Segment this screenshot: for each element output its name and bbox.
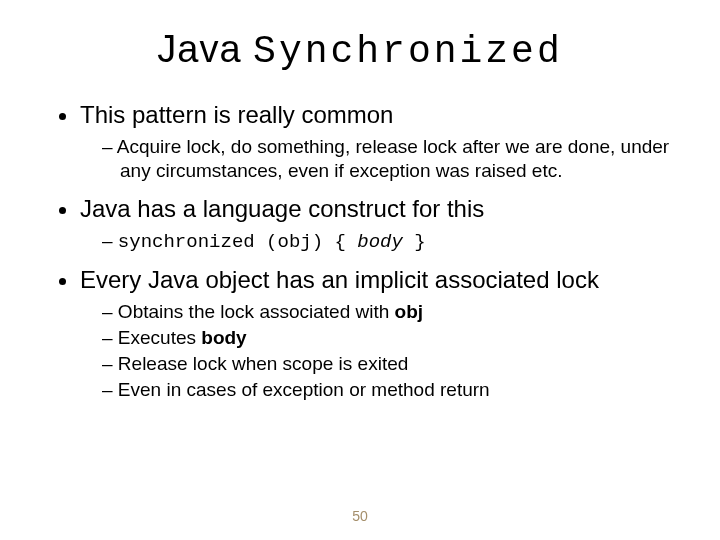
bullet-2-text: Java has a language construct for this bbox=[80, 195, 484, 222]
bullet-1-sublist: Acquire lock, do something, release lock… bbox=[80, 135, 670, 183]
page-number: 50 bbox=[50, 508, 670, 524]
code-end: } bbox=[403, 231, 426, 253]
code-synchronized: synchronized (obj) { bbox=[118, 231, 357, 253]
b3s2-text: Executes bbox=[118, 327, 201, 348]
title-text-mono: Synchronized bbox=[253, 30, 563, 73]
bullet-2-sublist: synchronized (obj) { body } bbox=[80, 229, 670, 255]
bullet-3-sub-1: Obtains the lock associated with obj bbox=[102, 300, 670, 324]
b3s1-text: Obtains the lock associated with bbox=[118, 301, 395, 322]
bullet-list: This pattern is really common Acquire lo… bbox=[50, 101, 670, 413]
title-text-plain: Java bbox=[157, 28, 253, 70]
bullet-2: Java has a language construct for this s… bbox=[80, 195, 670, 255]
bullet-1-text: This pattern is really common bbox=[80, 101, 393, 128]
bullet-2-sub-1: synchronized (obj) { body } bbox=[102, 229, 670, 255]
bullet-3: Every Java object has an implicit associ… bbox=[80, 266, 670, 401]
bullet-1-sub-1: Acquire lock, do something, release lock… bbox=[102, 135, 670, 183]
bullet-3-sub-3: Release lock when scope is exited bbox=[102, 352, 670, 376]
bullet-1: This pattern is really common Acquire lo… bbox=[80, 101, 670, 183]
slide: Java Synchronized This pattern is really… bbox=[0, 0, 720, 540]
bullet-3-text: Every Java object has an implicit associ… bbox=[80, 266, 599, 293]
bullet-3-sub-4: Even in cases of exception or method ret… bbox=[102, 378, 670, 402]
b3s2-bold: body bbox=[201, 327, 246, 348]
code-body-italic: body bbox=[357, 231, 403, 253]
bullet-3-sublist: Obtains the lock associated with obj Exe… bbox=[80, 300, 670, 401]
bullet-3-sub-2: Executes body bbox=[102, 326, 670, 350]
b3s1-bold: obj bbox=[395, 301, 424, 322]
slide-title: Java Synchronized bbox=[50, 28, 670, 73]
